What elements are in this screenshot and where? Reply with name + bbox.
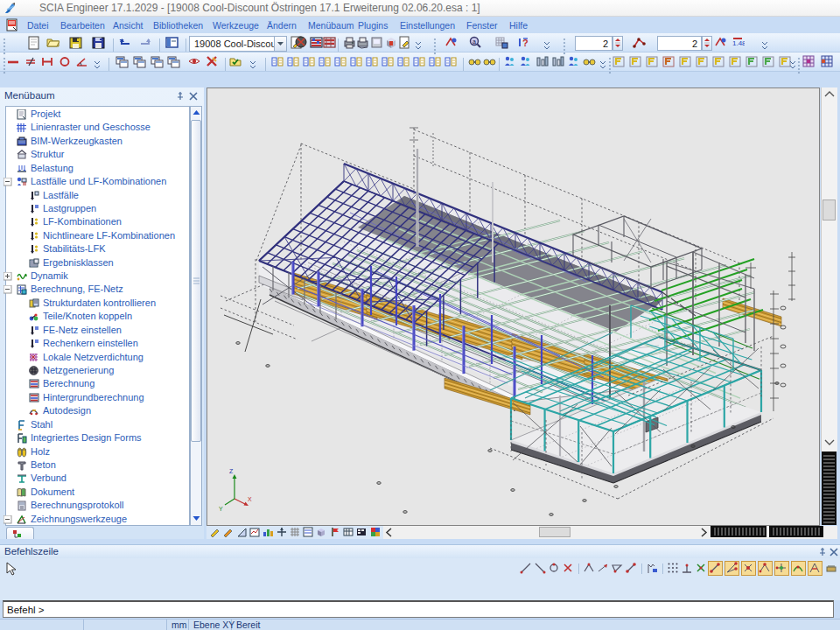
svg-text:Y: Y	[219, 506, 223, 512]
svg-text:Z: Z	[229, 468, 234, 474]
svg-text:?: ?	[522, 38, 528, 48]
svg-text:1.48: 1.48	[732, 39, 745, 47]
svg-text:a: a	[472, 38, 476, 45]
svg-text:X: X	[248, 496, 252, 502]
